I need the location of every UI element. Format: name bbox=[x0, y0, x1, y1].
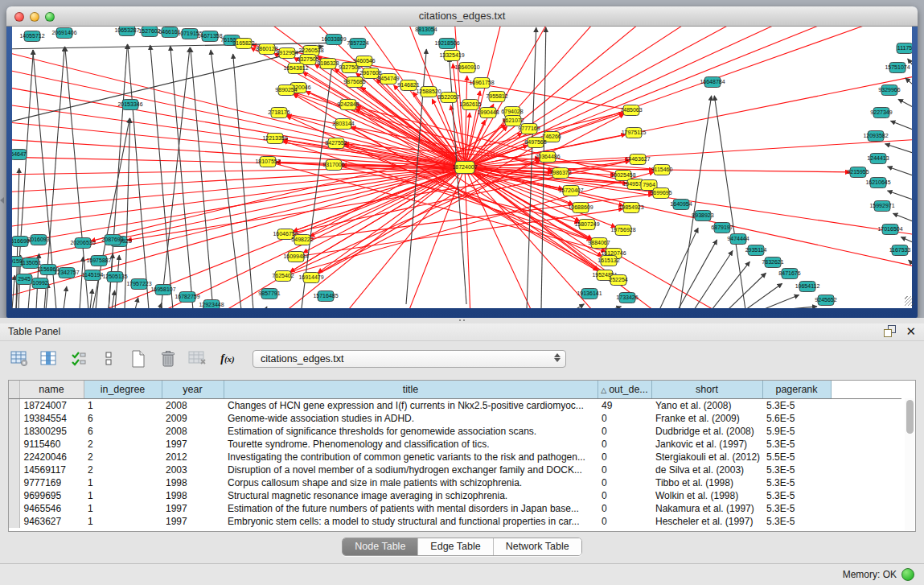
network-node[interactable]: 2016093 bbox=[27, 235, 49, 245]
cell-name[interactable]: 14569117 bbox=[19, 463, 84, 476]
table-row[interactable]: 1456911722003Disruption of a novel membe… bbox=[9, 463, 901, 476]
network-node[interactable]: 17957223 bbox=[126, 279, 151, 290]
cell-pagerank[interactable]: 5.3E-5 bbox=[762, 515, 831, 528]
column-header-year[interactable]: year bbox=[162, 381, 224, 399]
network-node[interactable]: 9227349 bbox=[870, 108, 892, 118]
cell-pagerank[interactable]: 5.3E-5 bbox=[762, 438, 831, 451]
cell-out_degree[interactable]: 0 bbox=[598, 502, 651, 515]
network-node[interactable]: 9242848 bbox=[337, 100, 359, 110]
cell-pagerank[interactable]: 5.3E-5 bbox=[762, 476, 831, 489]
cell-out_degree[interactable]: 0 bbox=[598, 515, 651, 528]
cell-year[interactable]: 2012 bbox=[162, 451, 224, 463]
network-node[interactable]: 18724007 bbox=[452, 162, 477, 174]
network-node[interactable]: 1244413 bbox=[867, 154, 889, 164]
cell-title[interactable]: Structural magnetic resonance image aver… bbox=[224, 489, 598, 502]
table-row[interactable]: 946554611997Estimation of the future num… bbox=[9, 502, 901, 515]
cell-short[interactable]: Franke et al. (2009) bbox=[651, 412, 762, 425]
float-panel-icon[interactable] bbox=[884, 325, 896, 337]
table-select-dropdown[interactable]: citations_edges.txt bbox=[253, 350, 566, 368]
cell-short[interactable]: Wolkin et al. (1998) bbox=[651, 489, 762, 502]
node-table-grid[interactable]: namein_degreeyeartitle△out_de...shortpag… bbox=[9, 381, 901, 528]
cell-name[interactable]: 9777169 bbox=[19, 476, 84, 489]
network-node[interactable]: 8522057 bbox=[437, 93, 459, 103]
cell-out_degree[interactable]: 0 bbox=[598, 476, 651, 489]
close-panel-icon[interactable]: ✕ bbox=[906, 325, 916, 337]
table-scrollbar-thumb[interactable] bbox=[906, 400, 914, 434]
network-node[interactable]: 8215955 bbox=[847, 167, 869, 178]
network-node[interactable]: 7625402 bbox=[272, 271, 294, 282]
tab-node-table[interactable]: Node Table bbox=[343, 538, 417, 555]
tab-edge-table[interactable]: Edge Table bbox=[417, 538, 492, 555]
network-node[interactable]: 15751074 bbox=[885, 63, 910, 73]
function-builder-icon[interactable]: f(x) bbox=[216, 348, 239, 370]
column-header-in_degree[interactable]: in_degree bbox=[84, 381, 162, 399]
cell-name[interactable]: 18300295 bbox=[19, 425, 84, 438]
citation-network-graph[interactable]: 1405571220691406106532871527602646616110… bbox=[12, 27, 912, 308]
network-node[interactable]: 7986372 bbox=[549, 168, 571, 179]
network-node[interactable]: 16099484 bbox=[283, 252, 308, 262]
cell-pagerank[interactable]: 5.3E-5 bbox=[762, 463, 831, 476]
network-node[interactable]: 10992 bbox=[32, 278, 48, 289]
table-mode-icon[interactable] bbox=[8, 348, 31, 370]
delete-column-icon[interactable] bbox=[157, 348, 179, 370]
network-node[interactable]: 20691406 bbox=[51, 28, 76, 39]
table-row[interactable]: 1938455462009Genome-wide association stu… bbox=[9, 412, 901, 425]
delete-table-icon[interactable] bbox=[187, 348, 209, 370]
network-node[interactable]: 15720407 bbox=[558, 186, 583, 196]
cell-name[interactable]: 9115460 bbox=[19, 438, 84, 451]
network-node[interactable]: 16210645 bbox=[865, 178, 890, 188]
left-panel-collapse-arrow[interactable] bbox=[0, 197, 4, 204]
cell-year[interactable]: 2008 bbox=[162, 399, 224, 413]
network-node[interactable]: 8813054 bbox=[415, 27, 437, 35]
network-node[interactable]: 9115460 bbox=[651, 165, 673, 175]
network-node[interactable]: 9875685 bbox=[343, 77, 365, 88]
select-rows-icon[interactable] bbox=[68, 348, 90, 370]
network-node[interactable]: 9474444 bbox=[727, 234, 749, 245]
cell-in_degree[interactable]: 6 bbox=[84, 425, 162, 438]
network-node[interactable]: 7857224 bbox=[347, 39, 368, 49]
cell-in_degree[interactable]: 6 bbox=[84, 412, 162, 425]
cell-name[interactable]: 9463627 bbox=[19, 515, 84, 528]
network-node[interactable]: 9460546 bbox=[353, 56, 375, 67]
cell-short[interactable]: Hescheler et al. (1997) bbox=[651, 515, 762, 528]
network-node[interactable]: 12505135 bbox=[102, 272, 127, 282]
network-node[interactable]: 11175 bbox=[897, 43, 912, 54]
cell-short[interactable]: Nakamura et al. (1997) bbox=[651, 502, 762, 515]
cell-in_degree[interactable]: 2 bbox=[84, 438, 162, 451]
network-node[interactable]: 1167533 bbox=[889, 245, 911, 256]
cell-year[interactable]: 2009 bbox=[162, 412, 224, 425]
network-node[interactable]: 12342757 bbox=[54, 268, 79, 278]
cell-name[interactable]: 9465546 bbox=[19, 502, 84, 515]
cell-in_degree[interactable]: 1 bbox=[84, 515, 162, 528]
cell-title[interactable]: Corpus callosum shape and size in male p… bbox=[224, 476, 598, 489]
cell-pagerank[interactable]: 5.5E-5 bbox=[762, 451, 831, 463]
network-window-titlebar[interactable]: citations_edges.txt bbox=[6, 6, 918, 27]
network-node[interactable]: 7485063 bbox=[620, 105, 642, 116]
network-node[interactable]: 15992971 bbox=[869, 201, 894, 212]
network-node[interactable]: 16914479 bbox=[298, 273, 323, 283]
table-scrollbar[interactable] bbox=[905, 398, 914, 530]
network-node[interactable]: 2087693 bbox=[101, 235, 123, 245]
network-node[interactable]: 8938923 bbox=[692, 211, 713, 221]
network-node[interactable]: 9857791 bbox=[258, 289, 280, 299]
network-node[interactable]: 18107552 bbox=[255, 157, 280, 167]
cell-name[interactable]: 19384554 bbox=[19, 412, 84, 425]
table-row[interactable]: 2242004622012Investigating the contribut… bbox=[9, 451, 901, 463]
cell-short[interactable]: Jankovic et al. (1997) bbox=[651, 438, 762, 451]
network-node[interactable]: 12093582 bbox=[863, 131, 888, 142]
network-node[interactable]: 9329966 bbox=[878, 85, 900, 96]
cell-title[interactable]: Tourette syndrome. Phenomenology and cla… bbox=[224, 438, 598, 451]
cell-year[interactable]: 1998 bbox=[162, 489, 224, 502]
window-resize-handle[interactable] bbox=[905, 296, 914, 306]
cell-in_degree[interactable]: 2 bbox=[84, 463, 162, 476]
cell-title[interactable]: Investigating the contribution of common… bbox=[224, 451, 598, 463]
tab-network-table[interactable]: Network Table bbox=[493, 538, 581, 555]
show-columns-icon[interactable] bbox=[38, 348, 60, 370]
table-row[interactable]: 1872400712008Changes of HCN gene express… bbox=[9, 399, 901, 413]
network-node[interactable]: 1621072 bbox=[502, 116, 524, 126]
network-node[interactable]: 19218506 bbox=[434, 39, 459, 49]
network-node[interactable]: 19756928 bbox=[610, 225, 635, 236]
network-node[interactable]: 9777169 bbox=[518, 124, 540, 134]
network-node[interactable]: 13325419 bbox=[439, 51, 464, 61]
network-node[interactable]: 16958107 bbox=[150, 285, 175, 295]
